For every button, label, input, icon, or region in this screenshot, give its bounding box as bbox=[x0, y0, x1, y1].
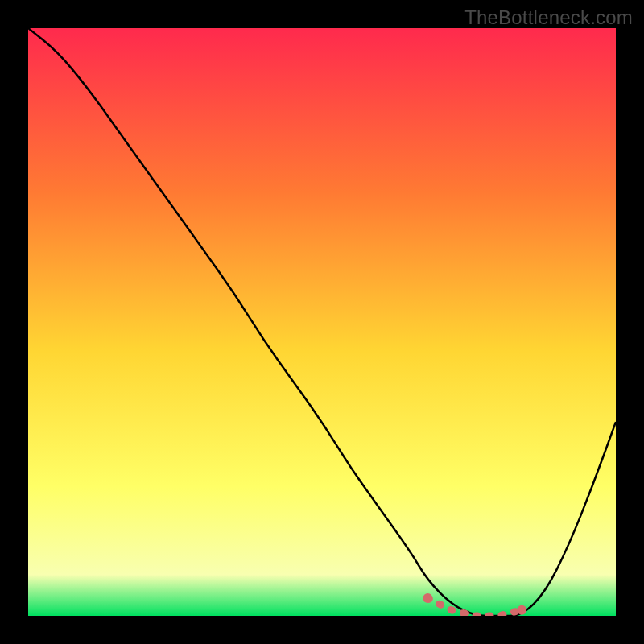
chart-svg bbox=[28, 28, 616, 616]
plot-area bbox=[28, 28, 616, 616]
optimal-endpoint bbox=[423, 593, 432, 603]
gradient-background bbox=[28, 28, 616, 616]
watermark-text: TheBottleneck.com bbox=[464, 6, 633, 29]
chart-container: TheBottleneck.com bbox=[0, 0, 644, 644]
optimal-endpoint bbox=[517, 605, 526, 615]
